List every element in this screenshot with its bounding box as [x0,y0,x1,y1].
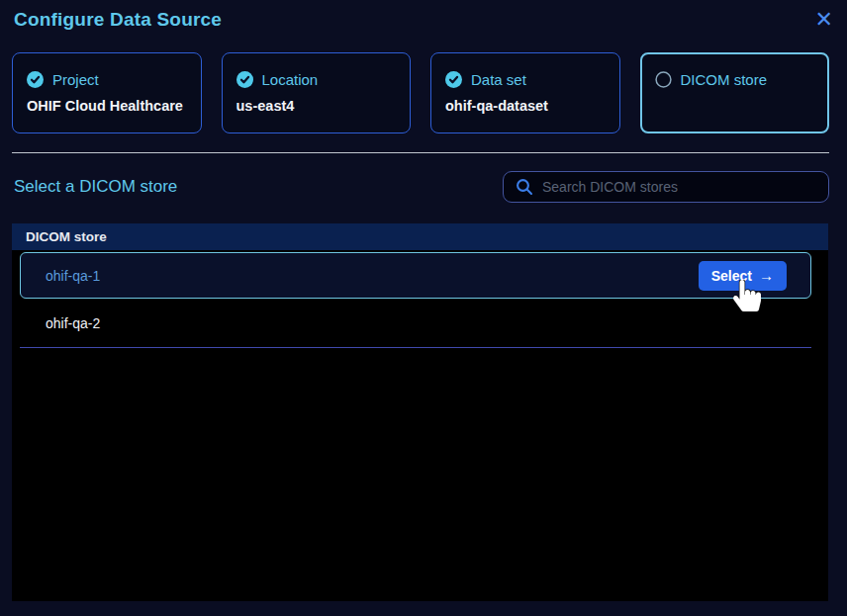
table-body: ohif-qa-1 Select → ohif-qa-2 [12,250,828,601]
store-name: ohif-qa-2 [46,315,100,331]
divider [12,152,829,153]
table-header-label: DICOM store [26,229,107,244]
step-card-dataset[interactable]: Data set ohif-qa-dataset [430,52,620,133]
table-row-ohif-qa-1[interactable]: ohif-qa-1 Select → [20,252,811,299]
search-input[interactable] [542,179,818,195]
step-cards: Project OHIF Cloud Healthcare Location u… [12,52,829,133]
step-value: us-east4 [236,98,397,114]
check-circle-icon [236,71,253,88]
search-icon [516,178,533,196]
step-label: DICOM store [681,71,768,88]
search-box [503,171,829,203]
step-card-location[interactable]: Location us-east4 [222,52,412,133]
step-card-project[interactable]: Project OHIF Cloud Healthcare [12,52,202,133]
close-icon[interactable]: ✕ [813,9,835,31]
step-card-dicom-store[interactable]: DICOM store [640,52,830,133]
select-button-label: Select [711,268,752,284]
check-circle-icon [27,71,44,88]
section-bar: Select a DICOM store [14,171,829,203]
radio-unchecked-icon [655,71,672,88]
configure-data-source-dialog: { "dialog": { "title": "Configure Data S… [0,0,847,616]
table-header: DICOM store [12,223,828,250]
step-label: Data set [471,71,526,88]
dialog-title: Configure Data Source [14,9,222,31]
table-row-ohif-qa-2[interactable]: ohif-qa-2 [20,299,811,348]
step-label: Project [52,71,99,88]
dialog-header: Configure Data Source ✕ [0,0,847,33]
dicom-store-table: DICOM store ohif-qa-1 Select → ohif-qa-2 [12,223,828,601]
select-button[interactable]: Select → [699,261,787,291]
section-heading: Select a DICOM store [14,177,177,197]
step-label: Location [262,71,319,88]
step-value: ohif-qa-dataset [445,98,606,114]
arrow-right-icon: → [759,267,774,284]
step-value: OHIF Cloud Healthcare [27,98,187,114]
check-circle-icon [445,71,462,88]
store-name-link[interactable]: ohif-qa-1 [46,268,100,284]
